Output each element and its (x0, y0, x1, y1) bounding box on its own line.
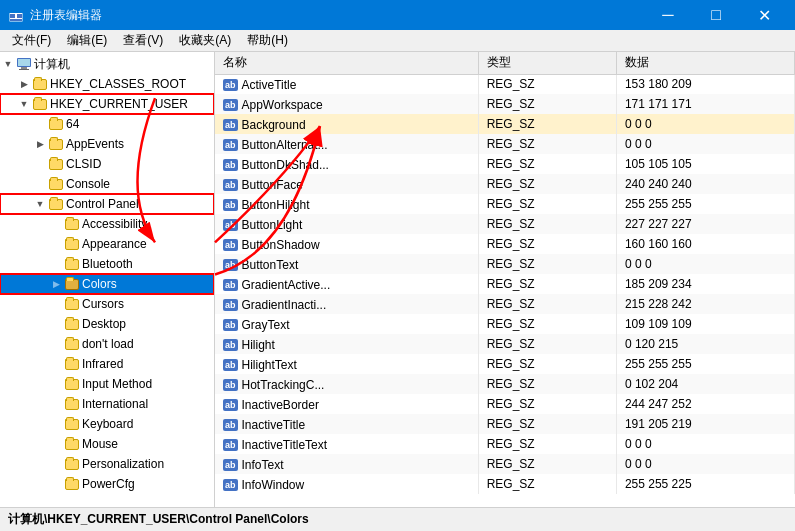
tree-item-inputmethod[interactable]: ▶ Input Method (0, 374, 214, 394)
tree-item-appearance[interactable]: ▶ Appearance (0, 234, 214, 254)
toggle-powercfg[interactable]: ▶ (48, 476, 64, 492)
tree-item-colors[interactable]: ▶ Colors (0, 274, 214, 294)
value-name[interactable]: ab GrayText (215, 314, 478, 334)
col-header-data[interactable]: 数据 (616, 52, 794, 74)
toggle-colors[interactable]: ▶ (48, 276, 64, 292)
maximize-button[interactable]: □ (693, 0, 739, 30)
toggle-infrared[interactable]: ▶ (48, 356, 64, 372)
table-row[interactable]: ab GradientActive... REG_SZ 185 209 234 (215, 274, 795, 294)
tree-item-accessibility[interactable]: ▶ Accessibility (0, 214, 214, 234)
table-row[interactable]: ab ButtonAlternat... REG_SZ 0 0 0 (215, 134, 795, 154)
tree-item-desktop[interactable]: ▶ Desktop (0, 314, 214, 334)
toggle-keyboard[interactable]: ▶ (48, 416, 64, 432)
table-row[interactable]: ab ButtonDkShad... REG_SZ 105 105 105 (215, 154, 795, 174)
toggle-accessibility[interactable]: ▶ (48, 216, 64, 232)
table-row[interactable]: ab ActiveTitle REG_SZ 153 180 209 (215, 74, 795, 94)
table-row[interactable]: ab HilightText REG_SZ 255 255 255 (215, 354, 795, 374)
table-row[interactable]: ab InactiveBorder REG_SZ 244 247 252 (215, 394, 795, 414)
value-name[interactable]: ab ActiveTitle (215, 74, 478, 94)
value-name[interactable]: ab InactiveBorder (215, 394, 478, 414)
close-button[interactable]: ✕ (741, 0, 787, 30)
value-name[interactable]: ab GradientInacti... (215, 294, 478, 314)
value-name[interactable]: ab InfoWindow (215, 474, 478, 494)
tree-item-appevents[interactable]: ▶ AppEvents (0, 134, 214, 154)
value-name[interactable]: ab ButtonLight (215, 214, 478, 234)
table-row[interactable]: ab GrayText REG_SZ 109 109 109 (215, 314, 795, 334)
table-row[interactable]: ab ButtonFace REG_SZ 240 240 240 (215, 174, 795, 194)
toggle-desktop[interactable]: ▶ (48, 316, 64, 332)
tree-item-64[interactable]: ▶ 64 (0, 114, 214, 134)
value-name[interactable]: ab GradientActive... (215, 274, 478, 294)
toggle-clsid[interactable]: ▶ (32, 156, 48, 172)
value-name[interactable]: ab InfoText (215, 454, 478, 474)
tree-item-personalization[interactable]: ▶ Personalization (0, 454, 214, 474)
toggle-dontload[interactable]: ▶ (48, 336, 64, 352)
table-row[interactable]: ab ButtonLight REG_SZ 227 227 227 (215, 214, 795, 234)
tree-item-classes-root[interactable]: ▶ HKEY_CLASSES_ROOT (0, 74, 214, 94)
table-row[interactable]: ab ButtonHilight REG_SZ 255 255 255 (215, 194, 795, 214)
table-row[interactable]: ab InfoText REG_SZ 0 0 0 (215, 454, 795, 474)
table-row[interactable]: ab InactiveTitle REG_SZ 191 205 219 (215, 414, 795, 434)
table-row[interactable]: ab ButtonText REG_SZ 0 0 0 (215, 254, 795, 274)
table-row[interactable]: ab InactiveTitleText REG_SZ 0 0 0 (215, 434, 795, 454)
menu-file[interactable]: 文件(F) (4, 30, 59, 52)
value-name[interactable]: ab InactiveTitle (215, 414, 478, 434)
menu-help[interactable]: 帮助(H) (239, 30, 296, 52)
table-row[interactable]: ab Hilight REG_SZ 0 120 215 (215, 334, 795, 354)
tree-label-colors: Colors (82, 277, 117, 291)
table-row[interactable]: ab ButtonShadow REG_SZ 160 160 160 (215, 234, 795, 254)
toggle-personalization[interactable]: ▶ (48, 456, 64, 472)
value-name[interactable]: ab InactiveTitleText (215, 434, 478, 454)
menu-edit[interactable]: 编辑(E) (59, 30, 115, 52)
toggle-console[interactable]: ▶ (32, 176, 48, 192)
value-name[interactable]: ab ButtonDkShad... (215, 154, 478, 174)
tree-item-console[interactable]: ▶ Console (0, 174, 214, 194)
tree-item-computer[interactable]: ▼ 计算机 (0, 54, 214, 74)
tree-item-control-panel[interactable]: ▼ Control Panel (0, 194, 214, 214)
value-name[interactable]: ab HotTrackingC... (215, 374, 478, 394)
tree-item-infrared[interactable]: ▶ Infrared (0, 354, 214, 374)
tree-item-keyboard[interactable]: ▶ Keyboard (0, 414, 214, 434)
value-name[interactable]: ab Hilight (215, 334, 478, 354)
tree-item-mouse[interactable]: ▶ Mouse (0, 434, 214, 454)
toggle-control-panel[interactable]: ▼ (32, 196, 48, 212)
tree-item-international[interactable]: ▶ International (0, 394, 214, 414)
table-row[interactable]: ab AppWorkspace REG_SZ 171 171 171 (215, 94, 795, 114)
menu-view[interactable]: 查看(V) (115, 30, 171, 52)
value-name[interactable]: ab AppWorkspace (215, 94, 478, 114)
toggle-cursors[interactable]: ▶ (48, 296, 64, 312)
tree-panel[interactable]: ▼ 计算机 ▶ HKEY_CLASSES_ROO (0, 52, 215, 507)
table-row[interactable]: ab InfoWindow REG_SZ 255 255 225 (215, 474, 795, 494)
value-name[interactable]: ab ButtonShadow (215, 234, 478, 254)
values-panel[interactable]: 名称 类型 数据 ab ActiveTitle REG_SZ 153 180 2… (215, 52, 795, 507)
value-name[interactable]: ab HilightText (215, 354, 478, 374)
toggle-classes-root[interactable]: ▶ (16, 76, 32, 92)
toggle-inputmethod[interactable]: ▶ (48, 376, 64, 392)
toggle-appearance[interactable]: ▶ (48, 236, 64, 252)
tree-item-clsid[interactable]: ▶ CLSID (0, 154, 214, 174)
value-name[interactable]: ab ButtonHilight (215, 194, 478, 214)
tree-item-dontload[interactable]: ▶ don't load (0, 334, 214, 354)
toggle-64[interactable]: ▶ (32, 116, 48, 132)
table-row[interactable]: ab GradientInacti... REG_SZ 215 228 242 (215, 294, 795, 314)
toggle-appevents[interactable]: ▶ (32, 136, 48, 152)
value-name[interactable]: ab Background (215, 114, 478, 134)
toggle-international[interactable]: ▶ (48, 396, 64, 412)
tree-item-powercfg[interactable]: ▶ PowerCfg (0, 474, 214, 494)
minimize-button[interactable]: ─ (645, 0, 691, 30)
table-row[interactable]: ab Background REG_SZ 0 0 0 (215, 114, 795, 134)
col-header-type[interactable]: 类型 (478, 52, 616, 74)
table-row[interactable]: ab HotTrackingC... REG_SZ 0 102 204 (215, 374, 795, 394)
tree-item-current-user[interactable]: ▼ HKEY_CURRENT_USER (0, 94, 214, 114)
toggle-current-user[interactable]: ▼ (16, 96, 32, 112)
tree-item-cursors[interactable]: ▶ Cursors (0, 294, 214, 314)
value-name[interactable]: ab ButtonAlternat... (215, 134, 478, 154)
toggle-bluetooth[interactable]: ▶ (48, 256, 64, 272)
value-name[interactable]: ab ButtonText (215, 254, 478, 274)
menu-favorites[interactable]: 收藏夹(A) (171, 30, 239, 52)
tree-item-bluetooth[interactable]: ▶ Bluetooth (0, 254, 214, 274)
toggle-mouse[interactable]: ▶ (48, 436, 64, 452)
col-header-name[interactable]: 名称 (215, 52, 478, 74)
toggle-computer[interactable]: ▼ (0, 56, 16, 72)
value-name[interactable]: ab ButtonFace (215, 174, 478, 194)
